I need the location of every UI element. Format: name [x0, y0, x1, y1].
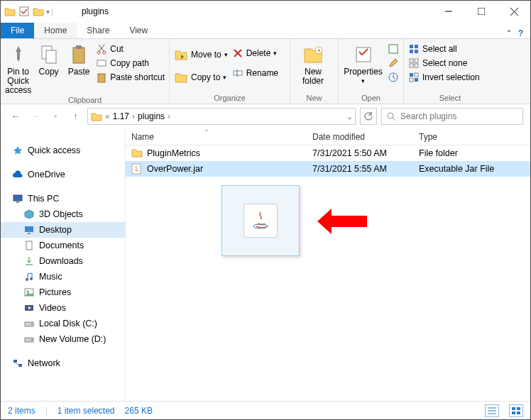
copy-path-button[interactable]: Copy path: [96, 57, 165, 69]
nav-quick-access[interactable]: Quick access: [1, 143, 125, 158]
cut-button[interactable]: Cut: [96, 43, 165, 55]
column-name[interactable]: Name: [126, 132, 307, 142]
nav-item[interactable]: Desktop: [1, 222, 125, 238]
thumbnails-view-button[interactable]: [509, 404, 523, 417]
pin-to-quick-access-button[interactable]: Pin to Quick access: [5, 42, 31, 96]
column-date[interactable]: Date modified: [307, 132, 413, 142]
svg-point-44: [27, 291, 29, 293]
group-label-new: New: [290, 94, 338, 104]
checkbox-icon[interactable]: [18, 5, 31, 18]
svg-rect-27: [415, 59, 418, 62]
svg-rect-11: [97, 60, 106, 66]
refresh-button[interactable]: [360, 108, 377, 125]
help-icon[interactable]: ?: [518, 28, 523, 38]
qat-dropdown-icon[interactable]: ▾: [46, 8, 50, 16]
nav-onedrive[interactable]: OneDrive: [1, 167, 125, 182]
svg-rect-20: [389, 45, 398, 53]
nav-this-pc[interactable]: This PC: [1, 191, 125, 206]
paste-button[interactable]: Paste: [66, 42, 92, 77]
folder-small-icon: [32, 5, 45, 18]
open-button[interactable]: [388, 43, 399, 55]
svg-rect-37: [16, 201, 19, 203]
nav-item-icon: [23, 255, 35, 267]
tab-file[interactable]: File: [1, 23, 34, 38]
jar-icon: [131, 163, 143, 175]
invert-selection-button[interactable]: Invert selection: [408, 72, 480, 83]
nav-item-icon: [23, 271, 35, 282]
column-headers: ⌃ Name Date modified Type: [126, 128, 530, 145]
svg-rect-30: [410, 73, 413, 77]
breadcrumb-current[interactable]: plugins: [138, 111, 165, 121]
rename-button[interactable]: Rename: [232, 67, 278, 79]
recent-dropdown[interactable]: ▾: [48, 109, 63, 124]
nav-item-icon: [23, 333, 35, 345]
paste-shortcut-button[interactable]: Paste shortcut: [96, 72, 165, 83]
search-input[interactable]: [400, 111, 518, 121]
tab-home[interactable]: Home: [34, 23, 77, 38]
red-arrow-annotation: [317, 209, 367, 234]
chevron-down-icon[interactable]: ⌄: [346, 113, 352, 121]
svg-rect-12: [98, 74, 105, 82]
delete-button[interactable]: Delete▾: [232, 48, 278, 59]
address-bar[interactable]: « 1.17 › plugins › ⌄: [87, 108, 356, 125]
svg-rect-51: [18, 364, 22, 367]
nav-item[interactable]: 3D Objects: [1, 206, 125, 222]
move-to-button[interactable]: Move to▾: [174, 48, 228, 62]
file-row[interactable]: PluginMetrics 7/31/2021 5:50 AM File fol…: [126, 145, 530, 161]
close-button[interactable]: [498, 1, 530, 22]
search-box[interactable]: [381, 108, 523, 125]
chevron-down-icon: ▾: [223, 74, 226, 81]
new-folder-button[interactable]: ✦ New folder: [295, 42, 332, 86]
nav-network[interactable]: Network: [1, 355, 125, 371]
nav-item-icon: [23, 224, 35, 236]
tab-view[interactable]: View: [119, 23, 158, 38]
nav-item[interactable]: Downloads: [1, 253, 125, 269]
folder-icon: [91, 111, 102, 121]
file-row[interactable]: OverPower.jar 7/31/2021 5:55 AM Executab…: [126, 161, 530, 177]
minimize-button[interactable]: [432, 1, 465, 22]
chevron-down-icon: ▾: [224, 51, 228, 58]
copy-button[interactable]: Copy: [35, 42, 61, 77]
window-title: plugins: [79, 6, 432, 16]
svg-point-47: [31, 324, 33, 325]
chevron-up-icon[interactable]: ⌃: [505, 28, 513, 38]
chevron-down-icon: ▾: [361, 78, 365, 85]
nav-item[interactable]: Videos: [1, 300, 125, 316]
folder-icon: [4, 5, 16, 18]
svg-rect-36: [13, 195, 22, 201]
nav-item[interactable]: Pictures: [1, 284, 125, 300]
history-button[interactable]: [388, 72, 399, 83]
svg-rect-59: [517, 407, 520, 410]
select-none-button[interactable]: Select none: [408, 57, 480, 69]
nav-item[interactable]: Documents: [1, 238, 125, 253]
breadcrumb-parent[interactable]: 1.17: [113, 111, 129, 121]
back-button[interactable]: ←: [8, 109, 23, 124]
svg-rect-25: [415, 50, 418, 53]
edit-button[interactable]: [388, 57, 399, 69]
chevron-down-icon: ▾: [273, 50, 277, 57]
nav-item[interactable]: New Volume (D:): [1, 331, 125, 347]
nav-item[interactable]: Local Disk (C:): [1, 316, 125, 331]
svg-point-49: [31, 339, 33, 341]
select-all-button[interactable]: Select all: [408, 43, 480, 55]
up-button[interactable]: ↑: [67, 109, 83, 124]
address-row: ← → ▾ ↑ « 1.17 › plugins › ⌄: [1, 104, 530, 128]
svg-rect-6: [46, 50, 56, 63]
status-selected: 1 item selected: [58, 406, 115, 416]
copy-to-button[interactable]: Copy to▾: [174, 70, 228, 84]
maximize-button[interactable]: [465, 1, 498, 22]
svg-point-42: [30, 277, 33, 280]
svg-rect-0: [20, 7, 28, 16]
svg-rect-31: [415, 78, 418, 82]
details-view-button[interactable]: [485, 404, 499, 417]
tab-share[interactable]: Share: [77, 23, 119, 38]
group-label-open: Open: [339, 94, 403, 104]
svg-rect-26: [410, 59, 413, 62]
forward-button[interactable]: →: [28, 109, 43, 124]
properties-button[interactable]: Properties ▾: [343, 42, 383, 85]
nav-item[interactable]: Music: [1, 269, 125, 284]
java-icon: [249, 209, 272, 232]
svg-rect-24: [410, 50, 413, 53]
column-type[interactable]: Type: [413, 132, 530, 142]
status-bar: 2 items | 1 item selected 265 KB: [1, 401, 530, 419]
